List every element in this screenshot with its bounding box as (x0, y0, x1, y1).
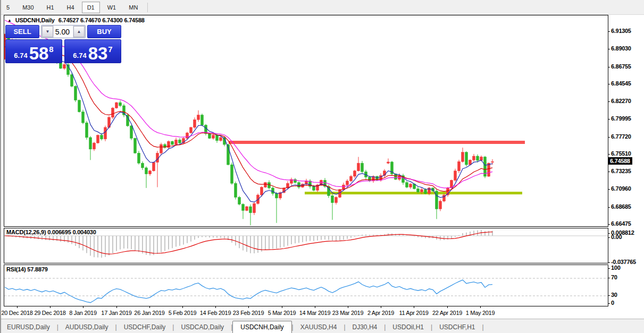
rsi-axis-label-tick (608, 295, 610, 296)
date-tick (414, 306, 414, 308)
date-tick (282, 306, 282, 308)
chart-tab-xauusd-h4[interactable]: XAUUSD,H4 (294, 322, 344, 333)
chart-tab-bar: EURUSD,Daily|AUDUSD,Daily|USDCHF,Daily|U… (0, 319, 644, 333)
tab-separator: | (482, 323, 484, 333)
chart-tab-usdoil-h1[interactable]: USDOil,H1 (386, 322, 431, 333)
rsi-axis-label: 100 (611, 264, 620, 271)
price-axis-label: 6.66475 (611, 220, 631, 227)
date-tick (83, 306, 83, 308)
volume-decrease-icon[interactable]: ▼ (42, 26, 53, 37)
price-axis-label-tick (608, 119, 610, 119)
price-axis-label-tick (608, 189, 610, 190)
price-axis-label-tick (608, 224, 610, 225)
timeframe-button-mn[interactable]: MN (123, 2, 143, 13)
date-tick (50, 306, 51, 308)
price-axis-label-tick (608, 154, 610, 155)
chart-tab-usdcad-daily[interactable]: USDCAD,Daily (174, 322, 231, 333)
chart-window: ▲ USDCNH,Daily 6.74527 6.74670 6.74300 6… (0, 15, 644, 319)
window-frame-edge (0, 0, 1, 333)
date-tick (248, 306, 249, 308)
price-axis-label: 6.79995 (611, 115, 631, 122)
price-axis-label: 6.89030 (611, 45, 631, 52)
date-tick (315, 306, 315, 308)
macd-axis-label-tick (608, 237, 610, 238)
timeframe-toolbar: 5M30H1H4D1W1MN (0, 0, 644, 15)
chart-title: ▲ USDCNH,Daily 6.74527 6.74670 6.74300 6… (7, 17, 145, 23)
buy-price-tile[interactable]: 6.74 83 7 (64, 39, 121, 63)
price-axis-label-tick (608, 101, 610, 102)
volume-value[interactable]: 5.00 (54, 25, 73, 38)
price-axis-label-tick (608, 172, 610, 172)
volume-increase-icon[interactable]: ▲ (73, 26, 85, 37)
toolbar-separator (147, 3, 148, 12)
date-tick (348, 306, 348, 308)
date-tick (17, 306, 18, 308)
price-axis-label: 6.68685 (611, 203, 631, 210)
date-tick (215, 306, 216, 308)
chart-tab-usdchf-h1[interactable]: USDCHF,H1 (432, 322, 482, 333)
rsi-axis-label-tick (608, 303, 610, 304)
date-tick (116, 306, 117, 308)
timeframe-button-m30[interactable]: M30 (17, 2, 39, 13)
buy-price-prefix: 6.74 (73, 52, 86, 59)
chart-tab-usdchf-daily[interactable]: USDCHF,Daily (117, 322, 173, 333)
sell-button[interactable]: SELL (5, 25, 39, 38)
price-axis-label-tick (608, 31, 610, 32)
macd-axis-label-tick (608, 262, 610, 263)
rsi-canvas (4, 265, 608, 306)
price-axis-label: 6.82270 (611, 98, 631, 104)
rsi-axis-label-tick (608, 278, 610, 278)
price-axis-label-tick (608, 84, 610, 84)
price-axis-label: 6.70960 (611, 185, 631, 192)
date-tick (447, 306, 448, 308)
timeframe-button-d1[interactable]: D1 (82, 2, 100, 13)
timeframe-button-h1[interactable]: H1 (41, 2, 60, 13)
chart-tab-dj30-h4[interactable]: DJ30,H4 (346, 322, 384, 333)
price-axis-label: 6.77720 (611, 133, 631, 140)
chart-tab-usdcnh-daily[interactable]: USDCNH,Daily (232, 321, 291, 333)
price-axis-label-tick (608, 207, 610, 208)
chart-tab-audusd-daily[interactable]: AUDUSD,Daily (58, 322, 115, 333)
price-axis-label-tick (608, 137, 610, 138)
timeframe-button-5[interactable]: 5 (1, 2, 15, 13)
buy-button[interactable]: BUY (87, 25, 121, 38)
price-axis-label: 6.86755 (611, 63, 631, 70)
price-axis-label: 6.75510 (611, 150, 631, 157)
rsi-label: RSI(14) 57.8879 (6, 266, 48, 272)
chart-tab-eurusd-daily[interactable]: EURUSD,Daily (0, 322, 57, 333)
rsi-axis-label: 0 (611, 300, 614, 306)
rsi-axis-label: 30 (611, 292, 617, 298)
sell-price-pips: 58 (29, 46, 49, 61)
chart-ohlc-values: 6.74527 6.74670 6.74300 6.74588 (58, 17, 145, 23)
date-label: 1 May 2019 (456, 310, 505, 316)
buy-price-point: 7 (108, 45, 112, 54)
rsi-axis-label-tick (608, 268, 610, 269)
date-tick (182, 306, 183, 308)
price-axis-label: 6.84545 (611, 80, 631, 87)
price-axis-label-tick (608, 49, 610, 49)
sell-price-prefix: 6.74 (14, 52, 27, 59)
date-tick (381, 306, 381, 308)
buy-price-pips: 83 (88, 46, 108, 61)
rsi-panel[interactable] (4, 264, 608, 306)
collapse-triangle-icon[interactable]: ▲ (7, 18, 12, 23)
rsi-axis-label: 70 (611, 274, 617, 280)
date-tick (149, 306, 150, 308)
macd-label: MACD(12,26,9) 0.006695 0.004030 (6, 229, 96, 235)
sell-price-tile[interactable]: 6.74 58 8 (5, 39, 62, 63)
price-axis-label: 6.91305 (611, 28, 631, 34)
price-axis-label-tick (608, 67, 610, 67)
chart-symbol-period: USDCNH,Daily (15, 17, 55, 23)
timeframe-button-h4[interactable]: H4 (62, 2, 80, 13)
timeframe-button-w1[interactable]: W1 (102, 2, 122, 13)
sell-price-point: 8 (49, 45, 53, 54)
macd-axis-label-tick (608, 233, 610, 234)
volume-spinner: ▼ 5.00 ▲ (41, 25, 86, 38)
date-tick (480, 306, 481, 308)
macd-axis-label: 0.00 (611, 234, 622, 240)
current-price-badge: 6.74588 (608, 157, 632, 165)
one-click-trade-panel: SELL ▼ 5.00 ▲ BUY 6.74 58 8 6.74 83 7 (5, 25, 121, 63)
price-axis-label: 6.73235 (611, 168, 631, 174)
